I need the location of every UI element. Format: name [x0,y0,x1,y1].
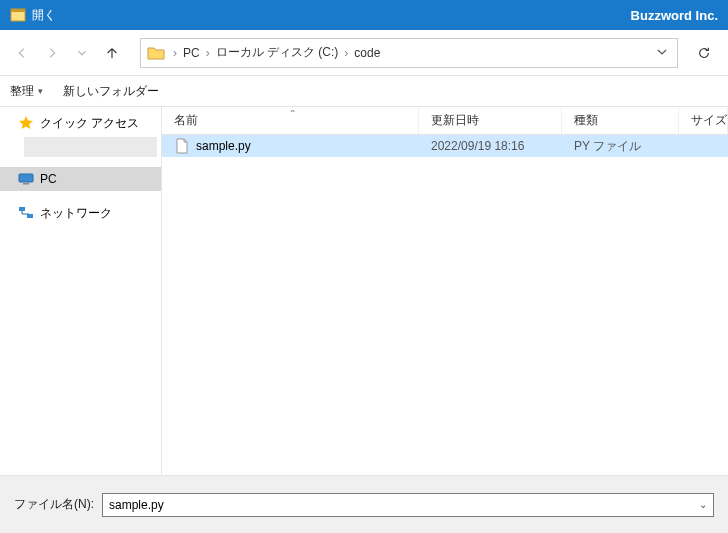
column-headers: ˄ 名前 更新日時 種類 サイズ [162,107,728,135]
window-title: 開く [32,7,56,24]
file-pane: ˄ 名前 更新日時 種類 サイズ sample.py 2022/09/19 18… [162,107,728,475]
recent-dropdown-button[interactable] [70,41,94,65]
caret-down-icon: ▾ [38,86,43,96]
breadcrumb-drive[interactable]: ローカル ディスク (C:) [212,44,343,61]
pc-icon [18,171,34,187]
sort-indicator-icon: ˄ [289,109,297,119]
body-area: クイック アクセス PC ネットワーク ˄ 名前 更新日時 種類 サイズ [0,107,728,475]
sidebar: クイック アクセス PC ネットワーク [0,107,162,475]
sidebar-label: クイック アクセス [40,115,139,132]
forward-button[interactable] [40,41,64,65]
sidebar-item-pc[interactable]: PC [0,167,161,191]
sidebar-item-network[interactable]: ネットワーク [0,201,161,225]
sidebar-label: ネットワーク [40,205,112,222]
new-folder-label: 新しいフォルダー [63,83,159,100]
brand-label: Buzzword Inc. [631,8,718,23]
filename-label: ファイル名(N): [14,496,94,513]
column-header-type[interactable]: 種類 [562,107,679,134]
toolbar: 整理 ▾ 新しいフォルダー [0,75,728,107]
sidebar-item-quick-access[interactable]: クイック アクセス [0,111,161,135]
sidebar-recent-placeholder [24,137,157,157]
filename-combobox[interactable]: ⌄ [102,493,714,517]
footer: ファイル名(N): ⌄ [0,475,728,533]
svg-rect-1 [11,9,25,12]
sidebar-label: PC [40,172,57,186]
new-folder-button[interactable]: 新しいフォルダー [63,83,159,100]
chevron-right-icon: › [204,46,212,60]
address-bar[interactable]: › PC › ローカル ディスク (C:) › code [140,38,678,68]
file-date: 2022/09/19 18:16 [419,139,562,153]
address-dropdown-icon[interactable] [651,46,673,60]
refresh-button[interactable] [690,38,718,68]
organize-label: 整理 [10,83,34,100]
svg-rect-2 [19,174,33,182]
breadcrumb-folder[interactable]: code [350,46,384,60]
network-icon [18,205,34,221]
svg-rect-3 [23,183,29,185]
file-icon [174,138,190,154]
folder-icon [147,44,165,62]
svg-rect-4 [19,207,25,211]
up-button[interactable] [100,41,124,65]
column-header-size[interactable]: サイズ [679,107,728,134]
title-bar: 開く Buzzword Inc. [0,0,728,30]
chevron-right-icon: › [342,46,350,60]
breadcrumb-pc[interactable]: PC [179,46,204,60]
file-name: sample.py [196,139,251,153]
back-button[interactable] [10,41,34,65]
column-header-date[interactable]: 更新日時 [419,107,562,134]
app-icon [10,7,26,23]
dropdown-icon[interactable]: ⌄ [695,499,707,510]
file-row[interactable]: sample.py 2022/09/19 18:16 PY ファイル [162,135,728,157]
star-icon [18,115,34,131]
svg-rect-5 [27,214,33,218]
organize-menu[interactable]: 整理 ▾ [10,83,43,100]
file-type: PY ファイル [562,138,679,155]
file-list[interactable]: sample.py 2022/09/19 18:16 PY ファイル [162,135,728,475]
nav-row: › PC › ローカル ディスク (C:) › code [0,30,728,75]
filename-input[interactable] [109,498,695,512]
chevron-right-icon: › [171,46,179,60]
